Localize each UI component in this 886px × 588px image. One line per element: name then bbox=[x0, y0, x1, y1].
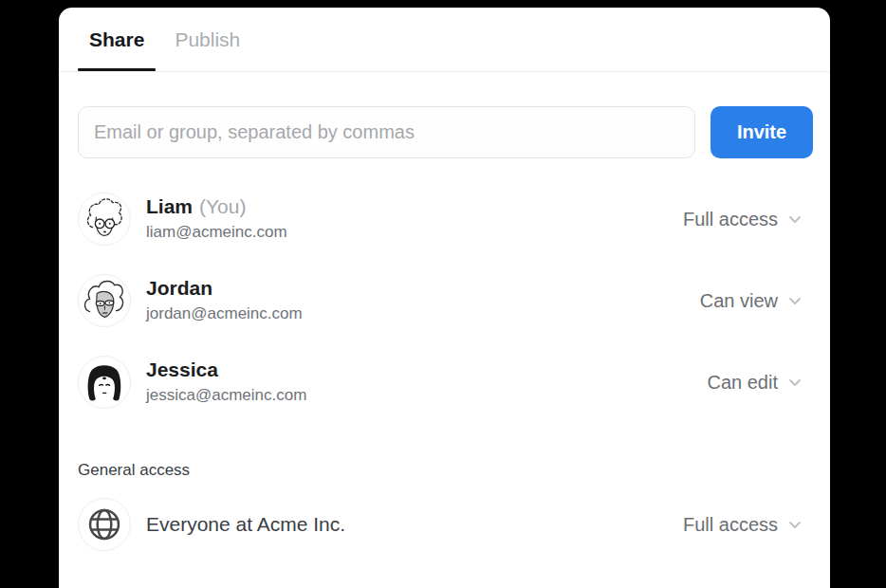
general-access-label: General access bbox=[78, 461, 813, 480]
role-dropdown-jordan[interactable]: Can view bbox=[700, 290, 803, 312]
member-info: Jessica jessica@acmeinc.com bbox=[146, 358, 306, 407]
member-row-jessica: Jessica jessica@acmeinc.com Can edit bbox=[78, 341, 813, 423]
member-row-liam: Liam(You) liam@acmeinc.com Full access bbox=[78, 178, 813, 260]
member-list: Liam(You) liam@acmeinc.com Full access bbox=[78, 178, 813, 423]
invite-button[interactable]: Invite bbox=[711, 106, 813, 158]
invite-row: Invite bbox=[78, 106, 813, 158]
liam-portrait-icon bbox=[78, 193, 131, 246]
tab-publish[interactable]: Publish bbox=[163, 8, 251, 71]
member-suffix: (You) bbox=[199, 195, 246, 217]
role-dropdown-jessica[interactable]: Can edit bbox=[708, 372, 804, 394]
tab-share[interactable]: Share bbox=[78, 8, 156, 71]
chevron-down-icon bbox=[786, 292, 803, 309]
tab-bar: Share Publish bbox=[59, 8, 830, 72]
member-email: liam@acmeinc.com bbox=[146, 221, 287, 244]
role-dropdown-everyone[interactable]: Full access bbox=[683, 514, 803, 536]
member-name: Liam bbox=[146, 195, 193, 217]
tab-publish-label: Publish bbox=[175, 28, 240, 51]
dialog-content: Invite bbox=[59, 106, 830, 565]
share-dialog: Share Publish Invite bbox=[59, 8, 830, 588]
member-email: jessica@acmeinc.com bbox=[146, 384, 306, 407]
chevron-down-icon bbox=[786, 516, 803, 533]
member-info: Liam(You) liam@acmeinc.com bbox=[146, 194, 287, 244]
member-row-jordan: Jordan jordan@acmeinc.com Can view bbox=[78, 260, 813, 341]
member-name: Jessica bbox=[146, 358, 218, 380]
tab-share-label: Share bbox=[89, 28, 144, 51]
jordan-portrait-icon bbox=[78, 274, 131, 327]
role-label: Can edit bbox=[708, 372, 779, 394]
email-input[interactable] bbox=[78, 106, 695, 158]
general-access-row: Everyone at Acme Inc. Full access bbox=[78, 484, 813, 565]
chevron-down-icon bbox=[786, 374, 803, 391]
member-email: jordan@acmeinc.com bbox=[146, 303, 303, 325]
general-access-name: Everyone at Acme Inc. bbox=[146, 513, 345, 536]
chevron-down-icon bbox=[786, 211, 803, 228]
jessica-portrait-icon bbox=[78, 356, 131, 409]
role-label: Full access bbox=[683, 209, 778, 230]
role-label: Full access bbox=[683, 514, 778, 536]
globe-icon bbox=[78, 498, 131, 551]
member-info: Jordan jordan@acmeinc.com bbox=[146, 276, 303, 325]
member-name: Jordan bbox=[146, 277, 212, 299]
role-dropdown-liam[interactable]: Full access bbox=[683, 209, 803, 230]
role-label: Can view bbox=[700, 290, 778, 312]
